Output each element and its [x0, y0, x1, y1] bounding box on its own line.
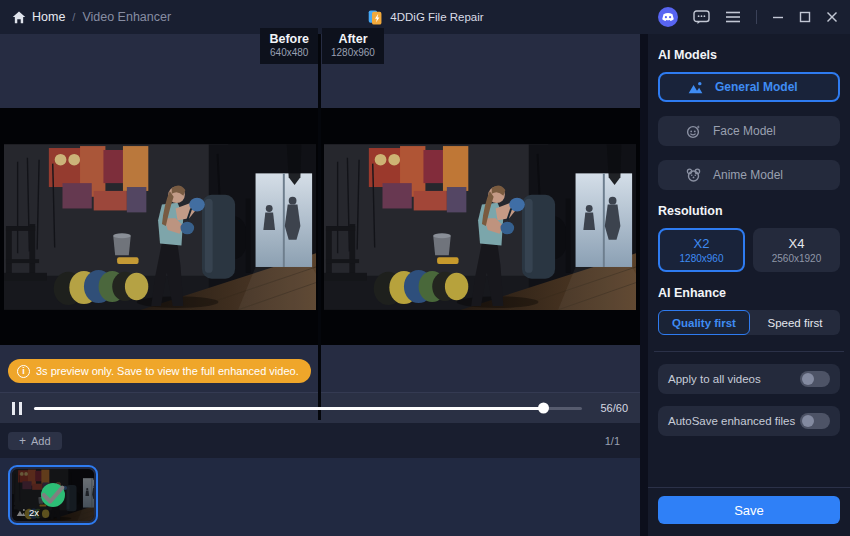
- home-icon: [12, 11, 26, 24]
- video-enhancer-window: Home / Video Enhancer 4DDiG File Repair: [0, 0, 850, 536]
- speed-first-option[interactable]: Speed first: [750, 310, 840, 335]
- before-video-pane: [0, 108, 320, 345]
- resolution-sub: 2560x1920: [772, 252, 822, 265]
- after-label: After: [331, 32, 375, 47]
- autosave-toggle[interactable]: [800, 413, 830, 429]
- video-thumbnail[interactable]: 2x: [8, 465, 98, 525]
- resolution-sub: 1280x960: [680, 252, 724, 265]
- scale-badge: 2x: [16, 507, 39, 518]
- ai-models-heading: AI Models: [658, 48, 840, 62]
- model-option-label: Anime Model: [713, 168, 783, 182]
- face-icon: [686, 124, 701, 139]
- minimize-icon[interactable]: [772, 11, 784, 23]
- preview-notice-banner: i 3s preview only. Save to view the full…: [8, 359, 311, 383]
- panel-separator: [640, 34, 648, 536]
- preview-area: Before 640x480 After 1280x960 i 3s previ…: [0, 34, 640, 536]
- mountain-icon: [16, 508, 26, 517]
- add-video-button[interactable]: + Add: [8, 432, 62, 450]
- breadcrumb-separator: /: [72, 11, 75, 23]
- model-option-label: General Model: [715, 80, 798, 94]
- before-tag: Before 640x480: [260, 28, 318, 64]
- home-link[interactable]: Home: [12, 10, 65, 24]
- time-display: 56/60: [592, 402, 628, 414]
- settings-panel: AI Models General Model Face Model: [648, 34, 850, 536]
- thumbnail-image: 2x: [12, 469, 94, 521]
- breadcrumb-current: Video Enhancer: [82, 10, 171, 24]
- save-area: Save: [648, 487, 850, 536]
- save-button[interactable]: Save: [658, 496, 840, 524]
- app-logo-icon: [366, 9, 383, 26]
- info-icon: i: [17, 365, 30, 378]
- anime-icon: [686, 168, 701, 182]
- preview-notice-text: 3s preview only. Save to view the full e…: [36, 365, 299, 377]
- after-tag: After 1280x960: [322, 28, 384, 64]
- apply-all-row: Apply to all videos: [658, 364, 840, 394]
- titlebar: Home / Video Enhancer 4DDiG File Repair: [0, 0, 850, 34]
- apply-all-label: Apply to all videos: [668, 373, 761, 385]
- mountain-icon: [688, 81, 703, 94]
- pause-icon[interactable]: [12, 402, 22, 415]
- model-option-face[interactable]: Face Model: [658, 116, 840, 146]
- apply-all-toggle[interactable]: [800, 371, 830, 387]
- autosave-row: AutoSave enhanced files: [658, 406, 840, 436]
- window-controls: [658, 7, 838, 27]
- breadcrumb-home-label: Home: [32, 10, 65, 24]
- model-option-anime[interactable]: Anime Model: [658, 160, 840, 190]
- before-label: Before: [269, 32, 309, 47]
- slider-thumb[interactable]: [538, 403, 549, 414]
- ai-enhance-heading: AI Enhance: [658, 286, 840, 300]
- plus-icon: +: [19, 436, 26, 446]
- maximize-icon[interactable]: [799, 11, 811, 23]
- resolution-option-x4[interactable]: X4 2560x1920: [753, 228, 840, 272]
- resolution-option-x2[interactable]: X2 1280x960: [658, 228, 745, 272]
- enhance-mode-switch: Quality first Speed first: [658, 310, 840, 335]
- add-button-label: Add: [31, 435, 51, 447]
- feedback-icon[interactable]: [693, 10, 710, 25]
- slider-fill: [34, 407, 544, 410]
- model-option-label: Face Model: [713, 124, 776, 138]
- resolution-label: X4: [789, 235, 805, 252]
- before-resolution: 640x480: [269, 47, 309, 59]
- resolution-heading: Resolution: [658, 204, 840, 218]
- resolution-options: X2 1280x960 X4 2560x1920: [658, 228, 840, 272]
- panel-divider: [654, 351, 844, 352]
- titlebar-divider: [756, 10, 757, 24]
- resolution-label: X2: [694, 235, 710, 252]
- after-resolution: 1280x960: [331, 47, 375, 59]
- playlist-toolbar: + Add 1/1: [0, 423, 640, 458]
- app-title: 4DDiG File Repair: [366, 9, 483, 26]
- autosave-label: AutoSave enhanced files: [668, 415, 795, 427]
- quality-first-option[interactable]: Quality first: [658, 310, 750, 335]
- model-option-general[interactable]: General Model: [658, 72, 840, 102]
- video-counter: 1/1: [605, 435, 620, 447]
- close-icon[interactable]: [826, 11, 838, 23]
- seek-slider[interactable]: [34, 407, 582, 410]
- thumbnail-strip: 2x: [0, 458, 640, 536]
- scale-badge-label: 2x: [29, 507, 39, 518]
- menu-icon[interactable]: [725, 11, 741, 23]
- after-video-pane: [320, 108, 640, 345]
- before-after-divider: [318, 34, 321, 420]
- discord-icon[interactable]: [658, 7, 678, 27]
- app-title-label: 4DDiG File Repair: [390, 11, 483, 23]
- breadcrumb: Home / Video Enhancer: [12, 10, 171, 24]
- done-check-icon: [41, 483, 65, 507]
